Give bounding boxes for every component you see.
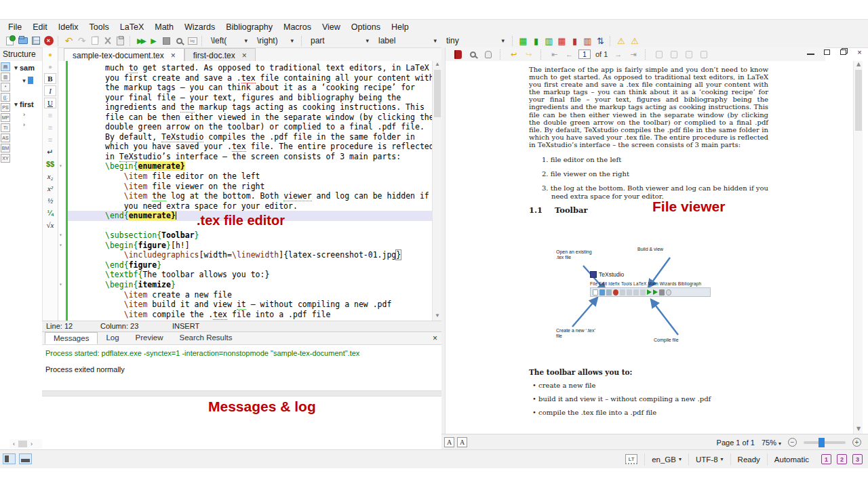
fraction-icon[interactable]: ½ (44, 195, 56, 206)
editor-line[interactable]: ingredients and the markup tags acting a… (68, 102, 432, 113)
pdf-back-button[interactable]: ↩ (508, 49, 519, 60)
scroll-left-icon[interactable]: ‹ (9, 441, 18, 447)
pdf-first-page-button[interactable]: ⇤ (549, 49, 560, 60)
editor-line[interactable]: your final file – your text, figures and… (68, 93, 432, 103)
menu-wizards[interactable]: Wizards (179, 20, 220, 34)
menu-macros[interactable]: Macros (278, 20, 317, 34)
editor-line[interactable]: the markup tags – you can think about it… (68, 83, 432, 93)
scroll-up-icon[interactable]: ▲ (854, 61, 863, 69)
close-file-button[interactable]: × (42, 35, 55, 47)
tab-first-doc.tex[interactable]: first-doc.tex× (184, 48, 256, 62)
bookmark-1-button[interactable]: 1 (821, 454, 831, 464)
editor-line[interactable]: which you have saved your .tex file. The… (68, 142, 432, 152)
scroll-down-icon[interactable]: ▼ (433, 312, 441, 321)
messages-tab-messages[interactable]: Messages (45, 332, 98, 344)
bookmark-3-button[interactable]: 3 (852, 454, 863, 464)
paste-button[interactable] (114, 35, 127, 47)
messages-tab-log[interactable]: Log (98, 332, 127, 344)
pdf-prev-page-button[interactable]: ← (564, 49, 575, 60)
align-left-icon[interactable]: ≡ (44, 110, 56, 121)
structure-tree-item[interactable]: ▾first (11, 99, 42, 109)
line-ending-label[interactable]: Automatic (767, 453, 816, 466)
messages-tab-preview[interactable]: Preview (127, 332, 172, 344)
pdf-hand-tool-button[interactable] (482, 49, 494, 60)
open-file-button[interactable] (16, 35, 29, 47)
scrollbar-thumb[interactable] (434, 70, 441, 117)
remove-row-icon[interactable]: ▦ (555, 36, 568, 46)
fold-marker-icon[interactable]: ▾ (59, 230, 62, 241)
editor-line[interactable]: ▾\subsection{Toolbar} (68, 230, 432, 241)
editor-line[interactable]: \item the log at the bottom. Both viewer… (68, 191, 432, 201)
compile-button[interactable]: ▶ (147, 35, 160, 47)
pdf-vertical-scrollbar[interactable]: ▲ ▼ (853, 61, 863, 434)
build-and-view-button[interactable]: ▶▶ (134, 35, 147, 47)
structure-panel-icon[interactable]: ▤ (1, 62, 10, 71)
add-row-icon[interactable]: ▦ (517, 36, 530, 46)
menu-tools[interactable]: Tools (84, 20, 115, 34)
menu-help[interactable]: Help (386, 20, 414, 34)
chevron-icon[interactable]: › (20, 111, 28, 118)
align-center-icon[interactable]: ≡ (44, 122, 56, 133)
scrollbar-thumb[interactable] (855, 70, 862, 131)
cut-column-icon[interactable]: ▥ (581, 36, 594, 46)
sqrt-icon[interactable]: √x (44, 220, 56, 230)
close-messages-icon[interactable]: × (433, 333, 437, 343)
structure-panel-header[interactable]: Structure » (0, 48, 42, 61)
structure-tree-item[interactable]: ▾sam (11, 62, 42, 73)
font-enlarge-button[interactable]: A (444, 437, 454, 447)
pstricks-panel-icon[interactable]: PS (1, 103, 10, 112)
editor-vertical-scrollbar[interactable]: ▲ ▼ (432, 61, 441, 321)
editor-line[interactable]: double green arrow on the toolbar) or co… (68, 122, 432, 132)
beamer-panel-icon[interactable]: BM (1, 144, 10, 152)
maximize-button[interactable] (839, 48, 848, 56)
bold-icon[interactable]: B (44, 73, 56, 84)
fold-marker-icon[interactable]: ▾ (59, 241, 62, 251)
editor-line[interactable]: \item file editor on the left (68, 171, 432, 182)
close-tab-icon[interactable]: × (171, 51, 176, 60)
add-column-icon[interactable]: ▮ (530, 36, 542, 46)
editor-line[interactable]: ▾\begin{enumerate} (68, 161, 432, 171)
restore-button[interactable] (823, 48, 831, 56)
redo-button[interactable]: ↷ (75, 35, 88, 47)
bookmark-2-button[interactable]: 2 (837, 454, 847, 464)
view-log-button[interactable]: log (186, 35, 199, 47)
math-mode-icon[interactable]: $$ (44, 159, 56, 169)
undo-button[interactable]: ↶ (62, 35, 75, 47)
editor-line[interactable]: much to get started. As opposed to tradi… (68, 63, 432, 73)
editor-line[interactable]: you need extra space for your editor. (68, 201, 432, 211)
pdf-next-page-button[interactable]: → (612, 49, 624, 60)
editor-line[interactable]: in TeXstudio’s interface – the screen co… (68, 152, 432, 162)
menu-latex[interactable]: LaTeX (115, 20, 149, 34)
tex-editor[interactable]: much to get started. As opposed to tradi… (58, 61, 441, 321)
close-window-button[interactable]: × (855, 48, 864, 56)
editor-line[interactable]: ▾\begin{itemize} (68, 280, 432, 290)
pdf-file-button[interactable] (452, 49, 464, 60)
chevron-icon[interactable]: ▾ (20, 77, 28, 84)
paste-column-icon[interactable]: ▥ (542, 36, 555, 46)
superscript-icon[interactable]: x² (44, 183, 56, 194)
zoom-out-button[interactable]: − (788, 438, 797, 447)
scrollbar-thumb[interactable] (18, 441, 27, 447)
structure-horizontal-scrollbar[interactable]: ‹ › (9, 439, 43, 449)
menu-bibliography[interactable]: Bibliography (220, 20, 278, 34)
pdf-two-pages-button[interactable] (683, 49, 694, 60)
editor-line[interactable]: file can be then either viewed in the se… (68, 113, 432, 123)
close-tab-icon[interactable]: × (242, 51, 247, 60)
line-tools-button[interactable]: LT (618, 453, 644, 466)
messages-tab-search-results[interactable]: Search Results (172, 332, 241, 344)
structure-tree-item[interactable]: ▾ (11, 75, 42, 85)
language-dropdown[interactable]: en_GB▾ (644, 453, 688, 466)
save-button[interactable] (29, 35, 42, 47)
math-dropdown[interactable]: \right)▾ (252, 35, 298, 47)
scroll-down-icon[interactable]: ▼ (854, 426, 863, 434)
linebreak-icon[interactable]: ↵ (44, 146, 56, 157)
tab-sample-tex-document.tex[interactable]: sample-tex-document.tex× (64, 48, 184, 62)
pdf-presentation-button[interactable] (698, 49, 709, 60)
stop-button[interactable] (160, 35, 173, 47)
editor-line[interactable]: you first create and save a .tex file co… (68, 73, 432, 83)
next-warning-button[interactable]: ⚠ (614, 36, 628, 46)
subscript-icon[interactable]: x₂ (44, 171, 56, 182)
fold-marker-icon[interactable]: ▾ (59, 161, 62, 171)
align-right-icon[interactable]: ≡ (44, 134, 56, 145)
wizard-round-icon[interactable]: ● (44, 49, 56, 60)
